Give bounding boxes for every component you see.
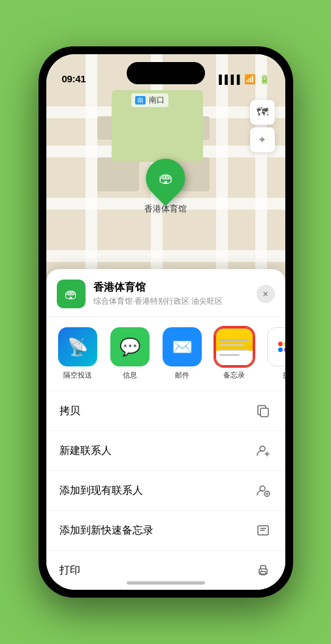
airdrop-label: 隔空投送: [63, 370, 92, 380]
print-icon: [254, 561, 272, 579]
battery-icon: 🔋: [259, 74, 270, 84]
notes-icon-bg: [215, 327, 254, 366]
action-print-label: 打印: [59, 564, 80, 577]
action-list: 拷贝 新建联系人: [46, 391, 285, 590]
action-add-existing[interactable]: 添加到现有联系人: [46, 471, 285, 511]
svg-rect-0: [260, 408, 268, 417]
action-new-contact[interactable]: 新建联系人: [46, 431, 285, 471]
action-add-existing-label: 添加到现有联系人: [59, 484, 143, 498]
messages-icon-bg: 💬: [110, 327, 150, 366]
share-mail[interactable]: ✉️ 邮件: [159, 327, 206, 380]
map-road: [46, 250, 285, 262]
quicknote-icon: [254, 521, 272, 539]
close-icon: ×: [262, 289, 268, 299]
stadium-marker[interactable]: 🏟 香港体育馆: [144, 159, 187, 215]
person-plus-icon: [254, 442, 272, 460]
messages-icon: 💬: [119, 337, 140, 357]
bottom-sheet: 🏟 香港体育馆 综合体育馆·香港特别行政区 油尖旺区 × 📡 隔空投送: [46, 269, 285, 590]
more-label: 提: [283, 370, 285, 380]
more-icon-bg: [267, 327, 285, 366]
action-quick-note-label: 添加到新快速备忘录: [59, 524, 153, 538]
venue-info: 香港体育馆 综合体育馆·香港特别行政区 油尖旺区: [93, 281, 257, 307]
home-indicator: [127, 581, 205, 585]
airdrop-icon: 📡: [67, 337, 88, 357]
airdrop-icon-bg: 📡: [58, 327, 97, 366]
svg-point-7: [260, 570, 262, 572]
share-notes[interactable]: 备忘录: [211, 327, 258, 380]
venue-logo: 🏟: [57, 280, 86, 308]
marker-pin: 🏟: [138, 151, 193, 206]
person-add-icon: [254, 481, 272, 500]
notes-label: 备忘录: [223, 370, 245, 380]
sheet-header: 🏟 香港体育馆 综合体育馆·香港特别行政区 油尖旺区 ×: [46, 269, 285, 317]
action-new-contact-label: 新建联系人: [59, 444, 112, 458]
mail-icon-bg: ✉️: [163, 327, 202, 366]
map-south-gate-label: 南 南口: [131, 93, 168, 107]
venue-title: 香港体育馆: [93, 281, 257, 295]
marker-inner: 🏟: [151, 164, 180, 193]
share-airdrop[interactable]: 📡 隔空投送: [54, 327, 101, 380]
messages-label: 信息: [123, 370, 137, 380]
status-time: 09:41: [62, 73, 86, 84]
action-copy[interactable]: 拷贝: [46, 391, 285, 431]
location-button[interactable]: ⌖: [250, 127, 275, 152]
mail-icon: ✉️: [172, 337, 193, 357]
copy-icon: [254, 402, 272, 420]
stadium-icon: 🏟: [159, 170, 173, 187]
share-messages[interactable]: 💬 信息: [106, 327, 153, 380]
signal-icon: ▐▐▐▐: [216, 74, 240, 84]
venue-subtitle: 综合体育馆·香港特别行政区 油尖旺区: [93, 296, 257, 307]
wifi-icon: 📶: [244, 74, 255, 84]
phone-frame: 09:41 ▐▐▐▐ 📶 🔋 南: [39, 46, 293, 598]
venue-logo-icon: 🏟: [65, 287, 78, 302]
share-row: 📡 隔空投送 💬 信息 ✉️ 邮件: [46, 317, 285, 391]
map-controls: 🗺 ⌖: [250, 100, 275, 152]
action-quick-note[interactable]: 添加到新快速备忘录: [46, 511, 285, 551]
share-more[interactable]: 提: [263, 327, 285, 380]
mail-label: 邮件: [175, 370, 189, 380]
phone-screen: 09:41 ▐▐▐▐ 📶 🔋 南: [46, 54, 285, 590]
close-button[interactable]: ×: [257, 285, 275, 303]
action-copy-label: 拷贝: [59, 404, 80, 418]
location-icon: ⌖: [259, 134, 265, 146]
map-type-icon: 🗺: [257, 106, 268, 120]
status-icons: ▐▐▐▐ 📶 🔋: [216, 74, 270, 84]
dynamic-island: [127, 62, 205, 84]
map-type-button[interactable]: 🗺: [250, 100, 275, 125]
map-block: [97, 157, 139, 191]
